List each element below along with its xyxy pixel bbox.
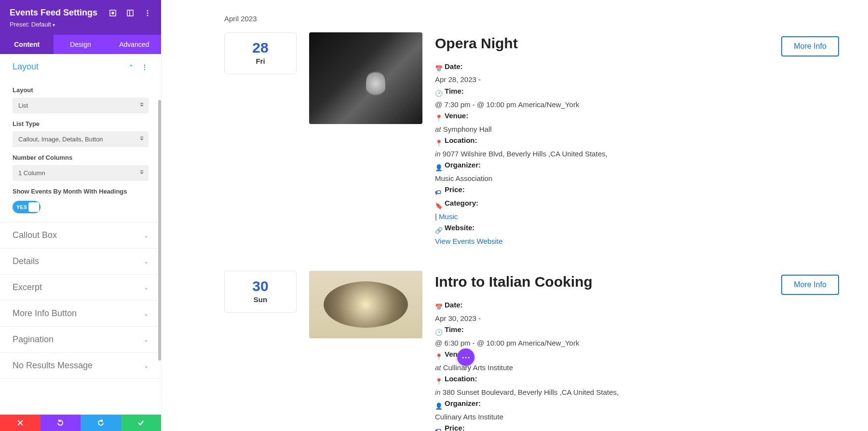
svg-point-5 <box>147 12 149 14</box>
scrollbar[interactable] <box>158 100 161 361</box>
location-icon <box>435 137 442 144</box>
label-layout: Layout <box>13 86 149 94</box>
clock-icon <box>435 326 442 333</box>
event-category: | Music <box>435 211 769 222</box>
event-time: @ 7:30 pm - @ 10:00 pm America/New_York <box>435 99 769 110</box>
calendar-icon <box>435 301 442 308</box>
section-menu-icon[interactable] <box>141 63 149 71</box>
sidebar-footer <box>0 415 161 431</box>
toggle-knob <box>28 202 39 212</box>
event-organizer: Culinary Arts Institute <box>435 411 769 422</box>
month-heading: April 2023 <box>224 14 839 23</box>
section-no-results: No Results Message <box>0 353 161 379</box>
event-title[interactable]: Intro to Italian Cooking <box>435 271 769 293</box>
more-info-button[interactable]: More Info <box>781 36 839 56</box>
panel-title: Events Feed Settings <box>10 8 97 18</box>
section-details: Details <box>0 249 161 275</box>
svg-rect-2 <box>127 10 133 16</box>
more-icon[interactable] <box>144 9 151 17</box>
section-head-excerpt[interactable]: Excerpt <box>0 275 161 300</box>
tab-content[interactable]: Content <box>0 35 54 54</box>
section-more-info: More Info Button <box>0 301 161 327</box>
preview-area: April 2023 28 Fri Opera Night Date: Apr … <box>162 0 868 431</box>
section-excerpt: Excerpt <box>0 275 161 301</box>
chevron-down-icon <box>144 336 149 343</box>
callout-day: 28 <box>225 40 296 56</box>
section-callout: Callout Box <box>0 222 161 249</box>
toggle-month-headings[interactable]: YES <box>13 201 41 213</box>
pin-icon <box>435 112 442 119</box>
tag-icon <box>435 425 442 431</box>
callout-dow: Fri <box>225 57 296 65</box>
clock-icon <box>435 87 442 94</box>
select-layout[interactable]: List <box>13 97 149 113</box>
chevron-down-icon <box>144 258 149 265</box>
svg-point-6 <box>147 14 149 16</box>
settings-tabs: Content Design Advanced <box>0 35 161 54</box>
select-list-type[interactable]: Callout, Image, Details, Button <box>13 131 149 147</box>
link-icon <box>435 224 442 231</box>
event-row: 30 Sun Intro to Italian Cooking Date: Ap… <box>224 271 839 431</box>
event-image[interactable] <box>309 271 422 338</box>
save-button[interactable] <box>121 415 162 431</box>
label-month-headings: Show Events By Month With Headings <box>13 188 149 195</box>
tag-icon <box>435 186 442 193</box>
section-head-more-info[interactable]: More Info Button <box>0 301 161 326</box>
svg-point-4 <box>147 10 149 11</box>
callout-box: 30 Sun <box>224 271 297 313</box>
toggle-label: YES <box>16 204 27 210</box>
website-link[interactable]: View Events Website <box>435 237 502 245</box>
event-image[interactable] <box>309 32 422 124</box>
undo-button[interactable] <box>41 415 81 431</box>
select-columns[interactable]: 1 Column <box>13 165 149 181</box>
preset-dropdown[interactable]: Preset: Default <box>10 21 151 28</box>
bookmark-icon <box>435 200 442 207</box>
callout-dow: Sun <box>225 295 296 304</box>
event-venue: at Cullinary Arts Institute <box>435 362 769 373</box>
chevron-down-icon <box>144 232 149 239</box>
section-head-callout[interactable]: Callout Box <box>0 222 161 248</box>
redo-button[interactable] <box>81 415 121 431</box>
event-date: Apr 28, 2023 - <box>435 74 769 85</box>
event-time: @ 6:30 pm - @ 10:00 pm America/New_York <box>435 337 769 348</box>
category-link[interactable]: Music <box>439 212 458 221</box>
calendar-icon <box>435 63 442 70</box>
callout-box: 28 Fri <box>224 32 297 74</box>
dock-icon[interactable] <box>126 9 134 17</box>
event-date: Apr 30, 2023 - <box>435 313 769 324</box>
label-list-type: List Type <box>13 120 149 127</box>
event-details: Opera Night Date: Apr 28, 2023 - Time: @… <box>435 32 769 247</box>
event-venue: at Symphony Hall <box>435 124 769 135</box>
section-layout: Layout Layout List List Type Callout, Im… <box>0 54 161 222</box>
callout-day: 30 <box>225 278 296 294</box>
event-location: in 9077 Wilshire Blvd, Beverly Hills ,CA… <box>435 148 769 159</box>
chevron-down-icon <box>144 310 149 317</box>
location-icon <box>435 375 442 382</box>
cancel-button[interactable] <box>0 415 41 431</box>
event-organizer: Music Association <box>435 173 769 184</box>
tab-advanced[interactable]: Advanced <box>108 35 161 54</box>
section-head-details[interactable]: Details <box>0 249 161 274</box>
event-location: in 380 Sunset Boulevard, Beverly Hills ,… <box>435 387 769 398</box>
event-title[interactable]: Opera Night <box>435 32 769 55</box>
chevron-up-icon <box>129 64 134 70</box>
person-icon <box>435 162 442 168</box>
event-details: Intro to Italian Cooking Date: Apr 30, 2… <box>435 271 769 431</box>
chevron-down-icon <box>144 362 149 369</box>
tab-design[interactable]: Design <box>54 35 107 54</box>
svg-point-1 <box>112 12 114 14</box>
section-pagination: Pagination <box>0 327 161 353</box>
settings-sidebar: Events Feed Settings Preset: Default Con… <box>0 0 162 431</box>
sidebar-header: Events Feed Settings Preset: Default <box>0 0 161 35</box>
section-head-pagination[interactable]: Pagination <box>0 327 161 352</box>
expand-icon[interactable] <box>109 9 117 17</box>
section-head-no-results[interactable]: No Results Message <box>0 353 161 378</box>
section-head-layout[interactable]: Layout <box>0 54 161 80</box>
chevron-down-icon <box>144 284 149 291</box>
section-title-layout: Layout <box>13 62 39 72</box>
more-info-button[interactable]: More Info <box>781 275 839 295</box>
person-icon <box>435 400 442 407</box>
label-columns: Number of Columns <box>13 154 149 161</box>
pin-icon <box>435 351 442 358</box>
module-options-fab[interactable] <box>457 348 475 366</box>
